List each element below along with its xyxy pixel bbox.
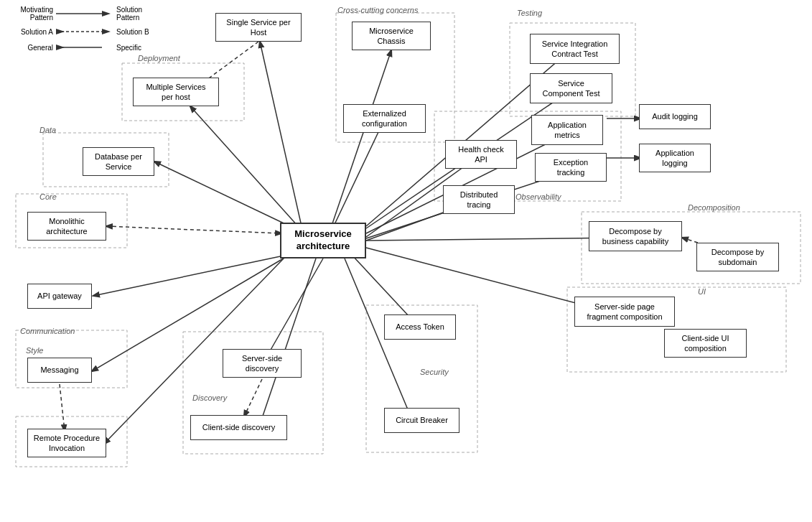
node-decompose-business-capability[interactable]: Decompose bybusiness capability	[589, 221, 682, 251]
svg-line-38	[258, 258, 316, 429]
svg-line-19	[260, 42, 302, 226]
node-messaging[interactable]: Messaging	[27, 358, 92, 383]
svg-marker-1	[102, 11, 111, 17]
legend: MotivatingPattern SolutionPattern Soluti…	[6, 6, 164, 57]
node-distributed-tracing[interactable]: Distributedtracing	[443, 185, 515, 214]
legend-general-label: General	[6, 44, 56, 52]
svg-line-42	[244, 379, 262, 416]
svg-line-36	[345, 258, 413, 421]
diagram: MotivatingPattern SolutionPattern Soluti…	[0, 0, 812, 522]
node-microservice-chassis[interactable]: MicroserviceChassis	[352, 22, 431, 50]
legend-motivating-label: MotivatingPattern	[6, 6, 56, 22]
category-observability: Observability	[515, 192, 561, 201]
category-style: Style	[26, 346, 43, 355]
category-cross-cutting: Cross-cutting concerns	[337, 6, 419, 14]
category-ui: UI	[698, 287, 706, 296]
legend-solution-b-label: Solution B	[113, 28, 164, 36]
node-server-side-discovery[interactable]: Server-sidediscovery	[223, 349, 302, 378]
node-single-service-per-host[interactable]: Single Service perHost	[215, 13, 302, 42]
svg-line-43	[60, 384, 65, 431]
node-externalized-configuration[interactable]: Externalizedconfiguration	[343, 104, 426, 133]
node-decompose-by-subdomain[interactable]: Decompose bysubdomain	[696, 243, 779, 271]
category-data: Data	[39, 126, 56, 134]
node-api-gateway[interactable]: API gateway	[27, 284, 92, 309]
node-health-check-api[interactable]: Health checkAPI	[445, 140, 517, 169]
node-multiple-services-per-host[interactable]: Multiple Servicesper host	[133, 78, 219, 106]
node-audit-logging[interactable]: Audit logging	[639, 104, 711, 129]
node-application-metrics[interactable]: Applicationmetrics	[531, 115, 603, 145]
connection-lines: Microservice (dashed both ways) -->	[0, 0, 812, 522]
category-decomposition: Decomposition	[688, 203, 740, 212]
legend-specific-label: Specific	[113, 44, 164, 52]
svg-line-21	[154, 162, 294, 228]
category-testing: Testing	[517, 9, 542, 17]
category-discovery: Discovery	[192, 393, 227, 402]
node-monolithic-architecture[interactable]: Monolithicarchitecture	[27, 212, 106, 241]
node-circuit-breaker[interactable]: Circuit Breaker	[384, 408, 459, 433]
node-service-component-test[interactable]: ServiceComponent Test	[530, 73, 612, 103]
node-microservice-architecture[interactable]: Microservicearchitecture	[280, 223, 366, 258]
svg-marker-3	[56, 29, 65, 34]
svg-line-22	[93, 255, 287, 296]
legend-solution-label: SolutionPattern	[113, 6, 164, 22]
node-access-token[interactable]: Access Token	[384, 314, 456, 340]
svg-line-25	[330, 50, 391, 230]
category-core: Core	[39, 192, 57, 201]
node-service-integration-contract-test[interactable]: Service IntegrationContract Test	[530, 34, 620, 64]
svg-marker-6	[56, 45, 65, 50]
category-security: Security	[420, 368, 449, 376]
node-remote-procedure-invocation[interactable]: Remote ProcedureInvocation	[27, 429, 106, 457]
node-client-side-ui-composition[interactable]: Client-side UIcomposition	[664, 329, 747, 358]
legend-solution-a-label: Solution A	[6, 28, 56, 36]
node-application-logging[interactable]: Applicationlogging	[639, 144, 711, 172]
svg-marker-4	[102, 29, 111, 34]
svg-line-26	[330, 118, 385, 233]
node-exception-tracking[interactable]: Exceptiontracking	[535, 153, 607, 182]
node-database-per-service[interactable]: Database perService	[83, 147, 154, 176]
svg-line-20	[190, 106, 298, 226]
category-deployment: Deployment	[138, 54, 180, 62]
node-client-side-discovery[interactable]: Client-side discovery	[190, 415, 287, 440]
node-server-side-page-fragment-composition[interactable]: Server-side pagefragment composition	[574, 297, 675, 327]
category-communication: Communication	[20, 327, 75, 335]
svg-line-39	[106, 226, 281, 233]
